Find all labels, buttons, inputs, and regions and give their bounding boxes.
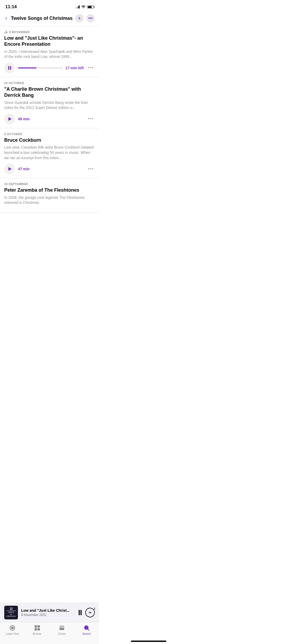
episode-date: 8 NOVEMBER — [9, 30, 30, 34]
episode-meta: 23 SEPTEMBER — [4, 182, 95, 186]
episode-more-button[interactable]: ••• — [87, 165, 95, 173]
episode-description: Vince Guaraldi scholar Derrick Bang wrot… — [4, 100, 95, 111]
episode-controls: 47 min ••• — [4, 164, 95, 174]
episode-meta: 8 NOVEMBER — [4, 30, 95, 34]
episode-date: 23 SEPTEMBER — [4, 182, 28, 186]
episode-more-button[interactable]: ••• — [87, 64, 95, 72]
episode-item: 23 SEPTEMBER Peter Zaremba of The Flesht… — [0, 178, 99, 213]
episode-duration: 47 min — [18, 167, 30, 171]
status-time: 11:14 — [5, 4, 17, 10]
nav-header: ‹ Twelve Songs of Christmas + ••• — [0, 12, 99, 26]
audio-wave-icon — [4, 31, 8, 33]
episode-controls: 17 min left ••• — [4, 63, 95, 73]
page-title: Twelve Songs of Christmas — [10, 16, 73, 21]
time-remaining: 17 min left — [65, 66, 84, 70]
wifi-icon — [81, 5, 86, 8]
episode-title: "A Charlie Brown Christmas" with Derrick… — [4, 86, 95, 99]
play-button[interactable] — [4, 114, 15, 124]
episode-description: Last year, Canadian folk artist Bruce Co… — [4, 145, 95, 160]
episode-list: 8 NOVEMBER Low and "Just Like Christmas"… — [0, 26, 99, 213]
add-button[interactable]: + — [75, 14, 84, 22]
episode-controls: 49 min ••• — [4, 114, 95, 124]
progress-bar[interactable] — [18, 67, 62, 68]
episode-item: 8 NOVEMBER Low and "Just Like Christmas"… — [0, 26, 99, 77]
episode-more-button[interactable]: ••• — [87, 115, 95, 123]
episode-meta: 6 OCTOBER — [4, 132, 95, 136]
episode-item: 6 OCTOBER Bruce Cockburn Last year, Cana… — [0, 128, 99, 178]
status-bar: 11:14 — [0, 0, 99, 12]
more-button[interactable]: ••• — [86, 14, 95, 22]
episode-duration: 49 min — [18, 117, 30, 121]
episode-title: Low and "Just Like Christmas"- an Encore… — [4, 35, 95, 48]
battery-icon — [87, 5, 94, 8]
episode-date: 6 OCTOBER — [4, 132, 22, 136]
signal-icon — [76, 5, 80, 8]
episode-title: Peter Zaremba of The Fleshtones — [4, 187, 95, 193]
pause-button[interactable] — [4, 63, 15, 73]
episode-meta: 20 OCTOBER — [4, 81, 95, 85]
episode-title: Bruce Cockburn — [4, 137, 95, 143]
play-button[interactable] — [4, 164, 15, 174]
nav-actions: + ••• — [75, 14, 95, 22]
progress-container — [18, 67, 62, 68]
episode-date: 20 OCTOBER — [4, 81, 24, 85]
back-button[interactable]: ‹ — [4, 14, 8, 23]
episode-description: In 2008, the garage rock legends The Fle… — [4, 195, 95, 205]
episode-description: In 2020, I interviewed Alan Sparhawk and… — [4, 49, 95, 59]
status-icons — [76, 5, 94, 8]
episode-item: 20 OCTOBER "A Charlie Brown Christmas" w… — [0, 77, 99, 128]
